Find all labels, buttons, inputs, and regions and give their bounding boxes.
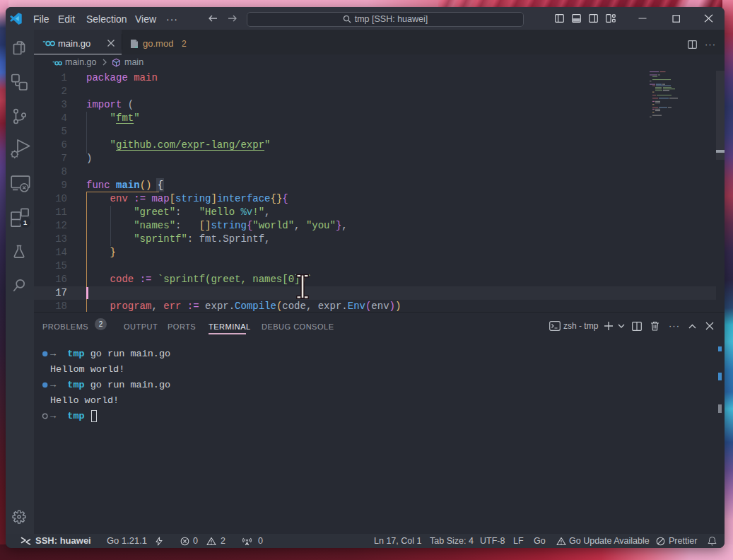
svg-text:1: 1 (23, 218, 28, 226)
